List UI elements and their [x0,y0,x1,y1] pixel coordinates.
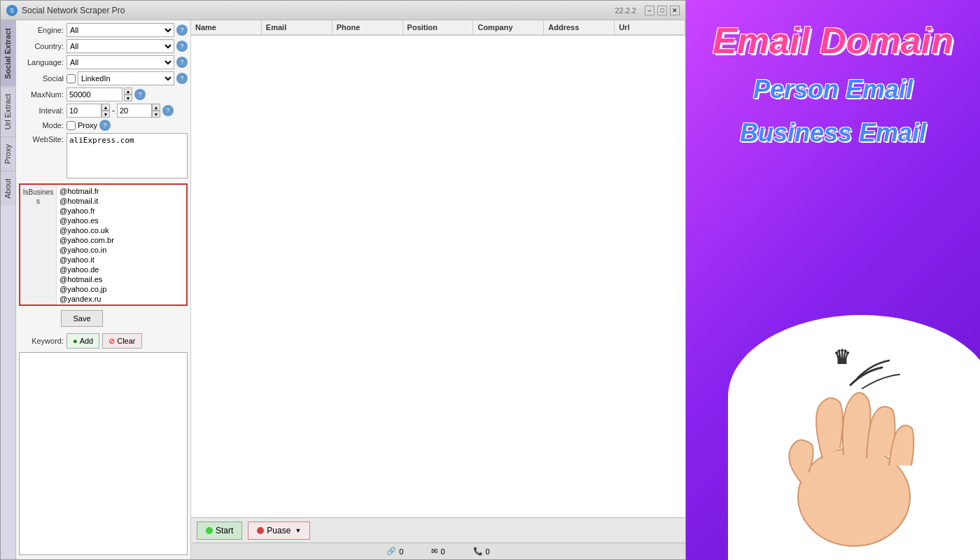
country-select[interactable]: All [66,39,174,53]
app-logo: S [6,5,18,16]
email-icon: ✉ [431,547,438,556]
col-email: Email [262,20,332,34]
clear-icon: ⊘ [108,337,115,346]
interval-min-input[interactable] [66,104,102,118]
social-select[interactable]: LinkedInFacebookTwitter [78,71,174,85]
list-item[interactable]: @hotmail.it [58,196,185,206]
tab-url-extract[interactable]: Url Extract [1,86,15,136]
maxnum-spinners: ▲ ▼ [124,88,132,102]
interval-help-icon[interactable]: ? [162,105,174,116]
start-icon [206,527,213,534]
website-textarea[interactable]: aliExpress.com [66,133,188,178]
interval-label: Inteval: [19,106,66,115]
proxy-checkbox[interactable] [66,121,76,130]
app-version: 22.2.2 [615,6,636,15]
is-business-label: IsBusiness [20,185,57,304]
list-item[interactable]: @hotmail.es [58,274,185,284]
close-button[interactable]: ✕ [670,6,680,15]
list-item[interactable]: @yahoo.com.br [58,235,185,245]
clear-keyword-button[interactable]: ⊘ Clear [102,333,141,349]
website-label: WebSite: [19,135,66,144]
email-count: 0 [440,547,444,556]
engine-label: Engine: [19,26,66,34]
list-item[interactable]: @yahoo.co.uk [58,225,185,235]
social-label: Social [19,74,66,83]
minimize-button[interactable]: – [645,6,654,15]
status-bar: 🔗 0 ✉ 0 📞 0 [191,542,685,559]
social-row: Social LinkedInFacebookTwitter ? [19,71,188,85]
language-label: Language: [19,58,66,66]
phone-count: 0 [486,547,490,556]
mode-row: Mode: Proxy ? [19,120,188,131]
clear-label: Clear [117,337,135,345]
app-title: Social Network Scraper Pro [22,6,125,15]
mode-help-icon[interactable]: ? [99,120,111,131]
engine-help-icon[interactable]: ? [176,24,188,36]
col-position: Position [403,20,474,34]
mode-label: Mode: [19,121,66,130]
save-button[interactable]: Save [61,310,103,327]
list-item[interactable]: @yahoo.es [58,216,185,225]
interval-inputs: ▲ ▼ - ▲ ▼ [66,104,160,118]
add-keyword-button[interactable]: ● Add [66,333,99,349]
engine-select[interactable]: AllGoogleBing [66,23,174,37]
list-item[interactable]: @yandex.ru [58,294,185,304]
maxnum-input[interactable] [66,88,122,102]
start-label: Start [216,526,233,536]
tab-proxy[interactable]: Proxy [1,136,15,171]
country-row: Country: All ? [19,39,188,53]
phone-status: 📞 0 [473,547,490,556]
keyword-label: Keyword: [19,337,66,345]
interval-max-down[interactable]: ▼ [152,111,160,118]
language-select[interactable]: All [66,55,174,69]
pause-button[interactable]: Puase ▼ [248,522,310,540]
promo-panel: Email Domain Person Email Business Email [686,0,980,560]
list-item[interactable]: @yahoo.co.jp [58,284,185,294]
col-phone: Phone [332,20,403,34]
tab-social-extract[interactable]: Social Extract [1,20,15,86]
is-business-list[interactable]: @hotmail.fr @hotmail.it @yahoo.fr @yahoo… [57,185,186,304]
list-item[interactable]: @yahoo.it [58,255,185,265]
col-address: Address [544,20,615,34]
social-help-icon[interactable]: ? [176,73,188,84]
interval-min-down[interactable]: ▼ [102,111,110,118]
maxnum-down[interactable]: ▼ [124,94,132,102]
interval-min-up[interactable]: ▲ [102,104,110,111]
maximize-button[interactable]: □ [657,6,667,15]
hand-svg: ♛ [742,343,966,553]
maxnum-up[interactable]: ▲ [124,88,132,94]
country-help-icon[interactable]: ? [176,41,188,52]
keyword-textarea[interactable] [19,352,188,555]
promo-subtitle1: Person Email [753,75,913,104]
keyword-row: Keyword: ● Add ⊘ Clear [19,333,188,349]
col-company: Company [473,20,544,34]
list-item[interactable]: @yahoo.de [58,265,185,274]
is-business-section: IsBusiness @hotmail.fr @hotmail.it @yaho… [19,183,188,306]
table-header: Name Email Phone Position Company Addres… [191,20,685,36]
maxnum-help-icon[interactable]: ? [134,89,146,100]
promo-subtitle2: Business Email [740,118,926,148]
interval-dash: - [112,106,115,115]
pause-icon [257,527,264,534]
proxy-label-text: Proxy [78,121,97,130]
tab-about[interactable]: About [1,171,15,206]
promo-title: Email Domain [713,21,953,61]
interval-max-input[interactable] [117,104,152,118]
list-item[interactable]: @yahoo.fr [58,206,185,216]
col-url: Url [615,20,685,34]
social-checkbox[interactable] [66,74,76,83]
interval-max-up[interactable]: ▲ [152,104,160,111]
link-icon: 🔗 [386,547,396,556]
links-status: 🔗 0 [386,547,403,556]
list-item[interactable]: @yahoo.co.in [58,245,185,255]
title-bar: S Social Network Scraper Pro 22.2.2 – □ … [1,1,685,20]
engine-row: Engine: AllGoogleBing ? [19,23,188,37]
interval-row: Inteval: ▲ ▼ - ▲ ▼ ? [19,104,188,118]
language-help-icon[interactable]: ? [176,57,188,68]
side-tabs: Social Extract Url Extract Proxy About [1,20,16,559]
start-button[interactable]: Start [197,522,242,540]
country-label: Country: [19,42,66,50]
bottom-bar: Start Puase ▼ [191,517,685,542]
links-count: 0 [399,547,403,556]
list-item[interactable]: @hotmail.fr [58,186,185,196]
